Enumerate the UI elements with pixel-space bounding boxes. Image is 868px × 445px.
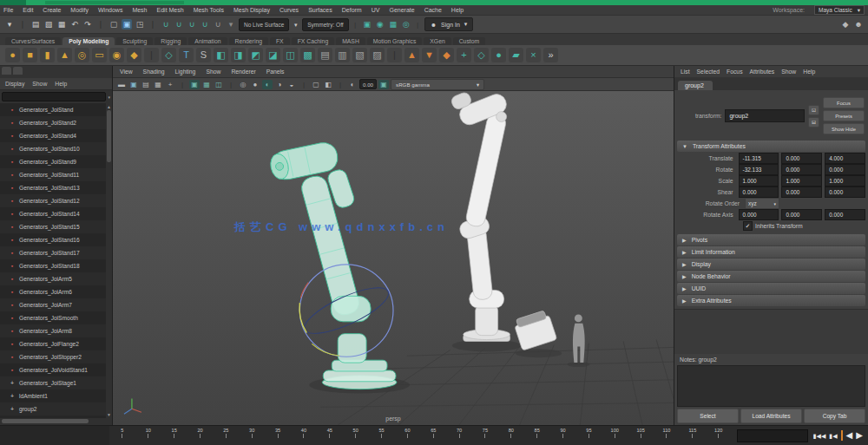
outliner-row[interactable]: ▪ Generators_JoiSmooth — [0, 311, 112, 324]
outliner-row[interactable]: ▪ Generators_JoiStand13 — [0, 181, 112, 194]
menu-item[interactable]: Help — [451, 7, 464, 13]
value-field-y[interactable]: 0.000 — [781, 164, 822, 175]
poly-plane-icon[interactable]: ▭ — [92, 48, 107, 62]
outliner-menu-item[interactable]: Show — [32, 81, 47, 87]
menu-item[interactable]: Create — [43, 7, 61, 13]
open-scene-icon[interactable]: ▧ — [43, 19, 54, 29]
save-scene-icon[interactable]: ▦ — [56, 19, 67, 29]
collapsed-section[interactable]: ▶ Extra Attributes — [677, 295, 865, 306]
play-backwards-icon[interactable]: ◀ — [846, 431, 853, 440]
svg-tool-icon[interactable]: S — [196, 48, 211, 62]
shelf-tab[interactable]: Sculpting — [116, 37, 153, 45]
attribute-editor-footer-button[interactable]: Copy Tab — [804, 409, 865, 423]
menu-item[interactable]: Cache — [424, 7, 442, 13]
outliner-row[interactable]: ▪ Generators_JoiArm7 — [0, 298, 112, 311]
shelf-tab[interactable]: Rendering — [229, 37, 268, 45]
undo-icon[interactable]: ↶ — [69, 19, 80, 29]
menu-item[interactable]: Curves — [279, 7, 299, 13]
viewport-canvas[interactable]: 括艺CG www.qdnxxfb.cn persp — [113, 91, 674, 425]
divider[interactable]: | — [299, 80, 309, 89]
value-field-z[interactable]: 0.000 — [825, 164, 865, 175]
sweep-mesh-icon[interactable]: ◇ — [161, 48, 176, 62]
outliner-filter-input[interactable] — [2, 92, 106, 101]
quad-draw-icon[interactable]: ▲ — [404, 48, 419, 62]
scrollbar-thumb[interactable] — [2, 419, 89, 423]
section-transform-attributes[interactable]: ▼ Transform Attributes — [677, 141, 865, 152]
textured-icon[interactable]: ◐ — [262, 80, 273, 89]
collapsed-section[interactable]: ▶ Display — [677, 258, 865, 270]
viewport-menu-item[interactable]: Renderer — [231, 69, 255, 75]
value-field-z[interactable]: 0.000 — [825, 187, 865, 198]
menu-item[interactable]: Mesh Display — [233, 7, 270, 13]
outliner-row[interactable]: ▪ Generators_JoiFlange2 — [0, 337, 112, 350]
outliner-row[interactable]: ▪ Generators_JoiStand18 — [0, 259, 112, 272]
scrollbar-thumb[interactable] — [107, 110, 111, 162]
workspace-dropdown[interactable]: Maya Classic ▾ — [814, 5, 865, 15]
poly-cylinder-icon[interactable]: ▮ — [40, 48, 55, 62]
value-field-y[interactable]: 0.000 — [781, 187, 822, 198]
outliner-row[interactable]: ▪ Generators_JoiArm8 — [0, 324, 112, 337]
menu-item[interactable]: Modify — [70, 7, 89, 13]
target-weld-icon[interactable]: ▼ — [422, 48, 437, 62]
attribute-editor-menu-item[interactable]: Selected — [697, 69, 720, 75]
lock-camera-icon[interactable]: ▬ — [116, 80, 127, 89]
divider[interactable]: | — [387, 48, 402, 62]
outliner-row[interactable]: ▪ Generators_JoiStand10 — [0, 142, 112, 155]
2d-pan-zoom-icon[interactable]: + — [165, 80, 175, 89]
tab-group2[interactable]: group2 — [678, 81, 713, 90]
snap-curve-icon[interactable]: ∪ — [174, 19, 184, 29]
mirror-icon[interactable]: ◆ — [439, 48, 454, 62]
notes-textarea[interactable] — [677, 365, 865, 407]
attribute-editor-side-button[interactable]: Presets — [823, 110, 865, 121]
outliner-menu-item[interactable]: Help — [55, 81, 67, 87]
render-icon[interactable]: ▣ — [362, 19, 372, 29]
poly-torus-icon[interactable]: ◎ — [75, 48, 89, 62]
image-plane-icon[interactable]: ▦ — [153, 80, 163, 89]
outliner-row[interactable]: ▪ Generators_JoiStopper2 — [0, 350, 112, 363]
shelf-tab[interactable]: Motion Graphics — [367, 37, 423, 45]
soften-edge-icon[interactable]: ▰ — [509, 48, 523, 62]
menu-item[interactable]: Deform — [342, 7, 362, 13]
shelf-tab[interactable]: XGen — [424, 37, 450, 45]
outliner-row[interactable]: ▪ Generators_JoiStand2 — [0, 116, 112, 129]
viewport-menu-item[interactable]: Show — [206, 69, 220, 75]
viewport-menu-item[interactable]: Lighting — [175, 69, 196, 75]
rotate-order-dropdown[interactable]: xyz ▾ — [745, 198, 779, 209]
select-hierarchy-icon[interactable]: ▢ — [108, 19, 119, 29]
attribute-editor-menu-item[interactable]: List — [681, 69, 690, 75]
sign-in-dropdown[interactable]: ☻ Sign In ▾ — [424, 17, 474, 31]
shelf-tab[interactable]: FX — [270, 37, 290, 45]
center-pivot-icon[interactable]: + — [457, 48, 471, 62]
pane-layout-icon[interactable]: ◫ — [214, 80, 224, 89]
shelf-overflow-icon[interactable]: » — [543, 48, 558, 62]
exposure-field[interactable]: 0.00 — [359, 79, 377, 89]
menuset-selector[interactable]: ▾ — [4, 19, 15, 29]
inherits-transform-checkbox[interactable]: ✓ — [743, 221, 753, 231]
collapsed-section[interactable]: ▶ Node Behavior — [677, 271, 865, 282]
viewport-menu-item[interactable]: View — [120, 69, 133, 75]
outliner-row[interactable]: ▪ Generators_JoiStand14 — [0, 207, 112, 220]
outliner-row[interactable]: + group2 — [0, 402, 112, 416]
menu-item[interactable]: Surfaces — [308, 7, 332, 13]
divider[interactable]: | — [335, 80, 345, 89]
render-settings-icon[interactable]: ◎ — [401, 19, 411, 29]
menu-item[interactable]: Edit Mesh — [157, 7, 184, 13]
bridge-icon[interactable]: ▧ — [352, 48, 367, 62]
value-field-x[interactable]: 0.000 — [739, 209, 779, 220]
platonic-solid-icon[interactable]: ◆ — [127, 48, 141, 62]
bevel-icon[interactable]: ▥ — [335, 48, 350, 62]
select-object-icon[interactable]: ▣ — [122, 19, 132, 29]
divider[interactable]: | — [144, 48, 159, 62]
outliner-row[interactable]: ▪ Generators_JoiArm5 — [0, 272, 112, 285]
redo-icon[interactable]: ↷ — [82, 19, 93, 29]
character-controls-icon[interactable]: ☻ — [853, 19, 864, 29]
new-scene-icon[interactable]: ▤ — [30, 19, 41, 29]
value-field-x[interactable]: -11.315 — [739, 153, 779, 164]
collapsed-section[interactable]: ▶ UUID — [677, 283, 865, 294]
select-component-icon[interactable]: ◳ — [135, 19, 145, 29]
ipr-render-icon[interactable]: ◉ — [375, 19, 385, 29]
value-field-y[interactable]: 1.000 — [781, 175, 822, 187]
modeling-toolkit-icon[interactable]: ◆ — [840, 19, 851, 29]
menu-item[interactable]: Generate — [389, 7, 414, 13]
snap-surface-icon[interactable]: ∪ — [213, 19, 223, 29]
